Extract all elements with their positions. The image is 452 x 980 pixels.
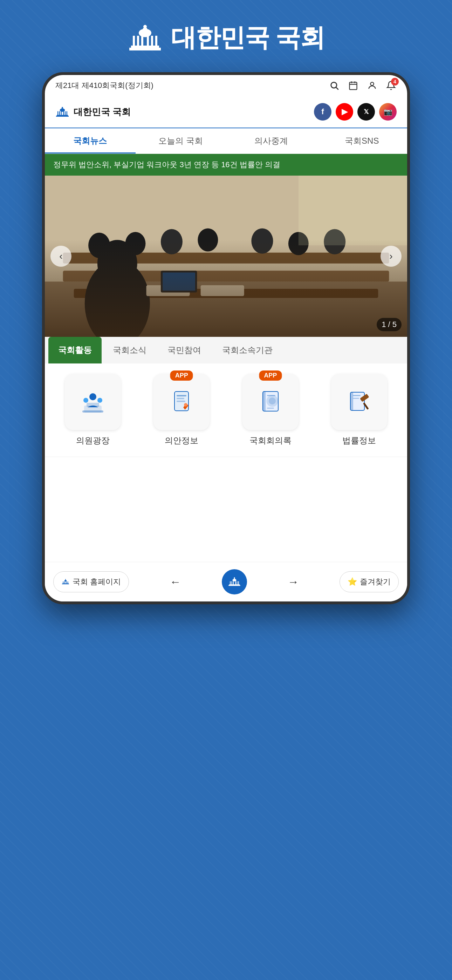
tab-proceedings[interactable]: 의사중계 [226, 128, 317, 154]
svg-rect-21 [57, 111, 58, 115]
back-button[interactable]: ← [166, 572, 184, 592]
tab-today[interactable]: 오늘의 국회 [135, 128, 226, 154]
svg-rect-46 [162, 273, 195, 291]
app-content: 대한민국 국회 f ▶ 𝕏 📷 국회뉴스 오늘의 국회 의사중계 국회SNS 정… [45, 96, 407, 601]
svg-rect-66 [350, 392, 353, 410]
top-nav: 대한민국 국회 f ▶ 𝕏 📷 [45, 96, 407, 128]
svg-rect-88 [235, 581, 236, 585]
svg-point-52 [97, 398, 102, 403]
svg-point-20 [62, 107, 63, 108]
feature-label-law: 법률정보 [342, 435, 376, 446]
feature-bill[interactable]: APP 의안정보 [141, 374, 223, 446]
svg-rect-74 [63, 581, 63, 584]
svg-point-34 [88, 233, 110, 258]
svg-rect-78 [67, 581, 67, 584]
svg-rect-27 [57, 115, 68, 116]
svg-rect-64 [267, 407, 274, 409]
app-badge-minutes: APP [259, 371, 282, 381]
svg-rect-19 [62, 108, 64, 110]
instagram-button[interactable]: 📷 [379, 103, 396, 121]
svg-point-2 [143, 25, 147, 29]
feature-label-bill: 의안정보 [165, 435, 198, 446]
carousel-prev-button[interactable]: ‹ [51, 246, 72, 267]
svg-rect-69 [353, 395, 361, 396]
svg-rect-44 [201, 285, 244, 296]
svg-rect-30 [45, 282, 407, 337]
status-bar: 제21대 제410회국회(정기회) [45, 75, 407, 96]
tab-news[interactable]: 국회뉴스 [45, 128, 135, 154]
svg-rect-87 [233, 581, 234, 585]
svg-rect-83 [234, 578, 235, 581]
feature-member[interactable]: 의원광장 [52, 374, 134, 446]
svg-rect-10 [129, 48, 161, 51]
svg-rect-4 [137, 36, 139, 46]
svg-line-12 [336, 87, 338, 89]
svg-rect-86 [231, 581, 232, 585]
svg-point-35 [126, 232, 146, 255]
svg-rect-32 [63, 270, 389, 282]
phone-frame: 제21대 제410회국회(정기회) [42, 72, 410, 604]
svg-rect-85 [230, 581, 231, 585]
session-label: 제21대 제410회국회(정기회) [56, 80, 153, 91]
svg-rect-72 [65, 580, 66, 581]
svg-rect-57 [177, 401, 185, 402]
favorites-button[interactable]: ⭐ 즐겨찾기 [339, 571, 399, 592]
svg-rect-63 [267, 395, 275, 396]
svg-point-41 [85, 260, 150, 337]
status-icons: 4 [329, 80, 396, 91]
svg-rect-33 [74, 289, 379, 298]
svg-point-58 [184, 403, 188, 407]
carousel-next-button[interactable]: › [380, 246, 401, 267]
feature-minutes[interactable]: APP 국회회의록 [229, 374, 312, 446]
twitter-button[interactable]: 𝕏 [357, 103, 375, 121]
app-title: 대한민국 국회 [171, 21, 325, 55]
tab-sns[interactable]: 국회SNS [317, 128, 407, 154]
main-tabs: 국회뉴스 오늘의 국회 의사중계 국회SNS [45, 128, 407, 154]
svg-point-51 [83, 398, 88, 403]
home-center-button[interactable] [222, 569, 247, 595]
svg-rect-8 [155, 36, 157, 46]
svg-rect-22 [59, 111, 60, 115]
feature-law[interactable]: 법률정보 [318, 374, 401, 446]
svg-rect-92 [228, 585, 240, 586]
favorites-label: 즐겨찾기 [360, 577, 391, 587]
section-tab-news[interactable]: 국회소식 [103, 337, 156, 363]
feature-icon-bill: APP [153, 374, 210, 430]
svg-rect-6 [147, 36, 149, 46]
home-label: 국회 홈페이지 [73, 577, 121, 587]
svg-rect-3 [133, 36, 135, 46]
bell-icon[interactable]: 4 [385, 80, 396, 91]
section-tab-participation[interactable]: 국민참여 [158, 337, 211, 363]
svg-rect-13 [350, 83, 357, 90]
news-banner[interactable]: 정무위 법안소위, 부실기업 워크아웃 3년 연장 등 16건 법률안 의결 [45, 154, 407, 176]
section-tab-organizations[interactable]: 국회소속기관 [212, 337, 282, 363]
svg-rect-77 [66, 581, 66, 584]
svg-rect-7 [151, 36, 153, 46]
svg-rect-89 [237, 581, 237, 585]
feature-icon-member [65, 374, 121, 430]
svg-rect-5 [141, 36, 143, 46]
svg-rect-81 [62, 584, 69, 584]
calendar-icon[interactable] [348, 80, 359, 91]
svg-rect-76 [65, 581, 65, 584]
svg-point-42 [97, 240, 137, 287]
svg-point-62 [269, 398, 276, 404]
feature-label-minutes: 국회회의록 [250, 435, 291, 446]
section-tab-activity[interactable]: 국회활동 [48, 337, 102, 363]
search-icon[interactable] [329, 80, 340, 91]
forward-button[interactable]: → [284, 572, 302, 592]
social-icons: f ▶ 𝕏 📷 [314, 103, 396, 121]
svg-rect-56 [177, 398, 184, 399]
app-header: 대한민국 국회 [127, 21, 325, 55]
facebook-button[interactable]: f [314, 103, 331, 121]
logo-text: 대한민국 국회 [73, 106, 131, 118]
home-button[interactable]: 국회 홈페이지 [53, 571, 129, 592]
svg-rect-24 [63, 111, 64, 115]
youtube-button[interactable]: ▶ [336, 103, 353, 121]
svg-point-84 [234, 577, 235, 578]
user-icon[interactable] [366, 80, 378, 91]
app-badge-bill: APP [170, 371, 193, 381]
header-logo-icon [127, 23, 162, 52]
svg-rect-70 [353, 398, 359, 399]
logo-area: 대한민국 국회 [56, 106, 131, 118]
